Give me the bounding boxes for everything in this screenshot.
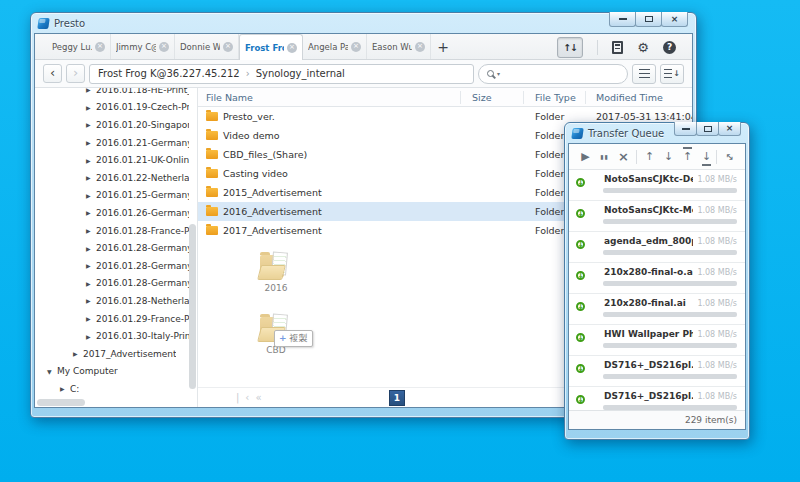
column-file-type[interactable]: File Type xyxy=(535,88,576,107)
minimize-button[interactable] xyxy=(609,12,636,27)
page-number-button[interactable]: 1 xyxy=(389,390,405,406)
tree-expand-icon[interactable]: ▶ xyxy=(86,262,96,269)
toolbar-separator[interactable] xyxy=(636,150,637,164)
tree-expand-icon[interactable]: ▶ xyxy=(86,104,96,111)
transfer-item[interactable]: HWI Wallpaper Ph... 1.08 MB/s xyxy=(569,325,745,356)
tree-item[interactable]: ▶ 2016.01.18-HE-Print_( xyxy=(35,88,189,99)
tree-expand-icon[interactable]: ▶ xyxy=(86,88,96,93)
move-to-top-icon[interactable]: ↑ xyxy=(678,151,697,162)
tree-expand-icon[interactable]: ▼ xyxy=(47,368,57,375)
tree-expand-icon[interactable]: ▶ xyxy=(86,315,96,322)
session-tab[interactable]: Jimmy C@... xyxy=(111,34,175,59)
search-box[interactable]: ▾ xyxy=(478,64,628,84)
tab-close-icon[interactable] xyxy=(415,42,425,52)
pause-icon[interactable]: ▮▮ xyxy=(595,154,614,160)
forward-button[interactable]: › xyxy=(66,64,85,83)
search-input[interactable] xyxy=(503,67,619,80)
tab-close-icon[interactable] xyxy=(95,42,105,52)
tree-expand-icon[interactable]: ▶ xyxy=(86,121,96,128)
search-options-caret-icon[interactable]: ▾ xyxy=(497,70,500,77)
session-tab[interactable]: Peggy Lu... xyxy=(47,34,111,59)
first-page-icon[interactable]: |‹ xyxy=(236,392,255,403)
tree-item[interactable]: ▶ 2016.01.28-Netherlan xyxy=(35,292,189,310)
tree-expand-icon[interactable]: ▶ xyxy=(86,209,96,216)
maximize-button[interactable] xyxy=(635,12,662,27)
column-modified-time[interactable]: Modified Time xyxy=(596,88,663,107)
main-titlebar[interactable]: Presto xyxy=(31,13,696,33)
tab-close-icon[interactable] xyxy=(159,42,169,52)
breadcrumb[interactable]: Frost Frog K@36.227.45.212 › Synology_in… xyxy=(89,64,474,84)
tree-item[interactable]: ▶ 2016.01.21-UK-Online_ xyxy=(35,151,189,169)
move-up-icon[interactable]: ↑ xyxy=(640,151,659,162)
minimize-button[interactable] xyxy=(674,122,697,136)
tree-item[interactable]: ▶ 2016.01.28-Germany-C xyxy=(35,239,189,257)
transfer-item[interactable]: agenda_edm_800p... 1.08 MB/s xyxy=(569,232,745,263)
tree-item[interactable]: ▶ 2016.01.30-Italy-Print_ xyxy=(35,327,189,345)
task-list-button[interactable] xyxy=(612,41,623,54)
sort-button[interactable]: ↓ xyxy=(660,64,684,84)
session-tab[interactable]: Frost Fro... xyxy=(239,34,303,60)
column-size[interactable]: Size xyxy=(472,88,492,107)
tree-expand-icon[interactable]: ▶ xyxy=(86,280,96,287)
list-view-button[interactable] xyxy=(632,64,656,84)
back-button[interactable]: ‹ xyxy=(43,64,62,83)
settings-gear-button[interactable]: ⚙ xyxy=(637,41,649,54)
transfer-queue-toggle-button[interactable]: ↑↓ xyxy=(557,37,583,58)
scrollbar-thumb[interactable] xyxy=(189,224,196,388)
transfer-item[interactable]: 210x280-final.ai 1.08 MB/s xyxy=(569,294,745,325)
transfer-item[interactable]: DS716+_DS216pl... 1.08 MB/s xyxy=(569,356,745,387)
tree-vertical-scrollbar[interactable] xyxy=(189,88,196,398)
transfer-item[interactable]: NotoSansCJKtc-Me... 1.08 MB/s xyxy=(569,201,745,232)
session-tab[interactable]: Angela Pai... xyxy=(303,34,367,59)
tree-item[interactable]: ▶ 2016.01.20-Singapore xyxy=(35,116,189,134)
session-tab[interactable]: Eason Wu... xyxy=(367,34,431,59)
folder-tree-sidebar: ▶ 2016.01.18-HE-Print_( ▶ 2016.01.19-Cze… xyxy=(35,88,198,407)
tree-expand-icon[interactable]: ▶ xyxy=(86,157,96,164)
tree-expand-icon[interactable]: ▶ xyxy=(86,245,96,252)
download-icon xyxy=(576,240,585,249)
tree-item[interactable]: ▶ 2016.01.28-France-Pri xyxy=(35,222,189,240)
close-button[interactable]: × xyxy=(718,122,741,136)
move-down-icon[interactable]: ↓ xyxy=(659,151,678,162)
session-tab[interactable]: Donnie Wu... xyxy=(175,34,239,59)
resume-icon[interactable]: ▶ xyxy=(576,151,595,162)
tree-item[interactable]: ▶ 2017_Advertisement xyxy=(35,345,189,363)
tree-item[interactable]: ▶ 2016.01.28-Germany-F xyxy=(35,275,189,293)
move-to-bottom-icon[interactable]: ↓ xyxy=(697,151,716,162)
tree-expand-icon[interactable]: ▶ xyxy=(60,385,70,392)
cancel-icon[interactable]: × xyxy=(614,150,633,163)
column-file-name[interactable]: File Name xyxy=(206,88,253,107)
tree-item[interactable]: ▶ 2016.01.21-Germany-F xyxy=(35,134,189,152)
breadcrumb-folder[interactable]: Synology_internal xyxy=(256,68,345,79)
close-button[interactable]: × xyxy=(661,12,688,27)
tree-item[interactable]: ▼ My Computer xyxy=(35,363,189,381)
tree-expand-icon[interactable]: ▶ xyxy=(86,139,96,146)
transfer-item[interactable]: NotoSansCJKtc-De... 1.08 MB/s xyxy=(569,170,745,201)
transfer-item[interactable]: 210x280-final-o.ai 1.08 MB/s xyxy=(569,263,745,294)
toolbar-separator[interactable] xyxy=(716,150,717,164)
tree-expand-icon[interactable]: ▶ xyxy=(86,297,96,304)
tree-item[interactable]: ▶ 2016.01.25-Germany-F xyxy=(35,187,189,205)
tab-close-icon[interactable] xyxy=(223,42,233,52)
tree-expand-icon[interactable]: ▶ xyxy=(73,350,83,357)
tree-item[interactable]: ▶ 2016.01.26-Germany-F xyxy=(35,204,189,222)
tree-item[interactable]: ▶ 2016.01.22-Netherlan xyxy=(35,169,189,187)
tree-expand-icon[interactable]: ▶ xyxy=(86,174,96,181)
scrollbar-thumb[interactable] xyxy=(37,399,85,406)
resize-icon[interactable]: ↔ xyxy=(719,146,740,167)
tree-item[interactable]: ▶ 2016.01.28-Germany-C xyxy=(35,257,189,275)
tree-expand-icon[interactable]: ▶ xyxy=(86,333,96,340)
tree-horizontal-scrollbar[interactable] xyxy=(35,399,189,406)
tree-expand-icon[interactable]: ▶ xyxy=(86,192,96,199)
maximize-button[interactable] xyxy=(696,122,719,136)
prev-page-icon[interactable]: « xyxy=(255,392,267,403)
tree-expand-icon[interactable]: ▶ xyxy=(86,227,96,234)
breadcrumb-server[interactable]: Frost Frog K@36.227.45.212 xyxy=(98,68,240,79)
tree-item[interactable]: ▶ 2016.01.19-Czech-Prin xyxy=(35,99,189,117)
tree-item[interactable]: ▶ 2016.01.29-France-Po xyxy=(35,310,189,328)
tree-item[interactable]: ▶ C: xyxy=(35,380,189,398)
help-button[interactable]: ? xyxy=(663,41,676,54)
tab-close-icon[interactable] xyxy=(351,42,361,52)
new-tab-button[interactable]: + xyxy=(431,34,455,59)
tab-close-icon[interactable] xyxy=(287,43,297,53)
